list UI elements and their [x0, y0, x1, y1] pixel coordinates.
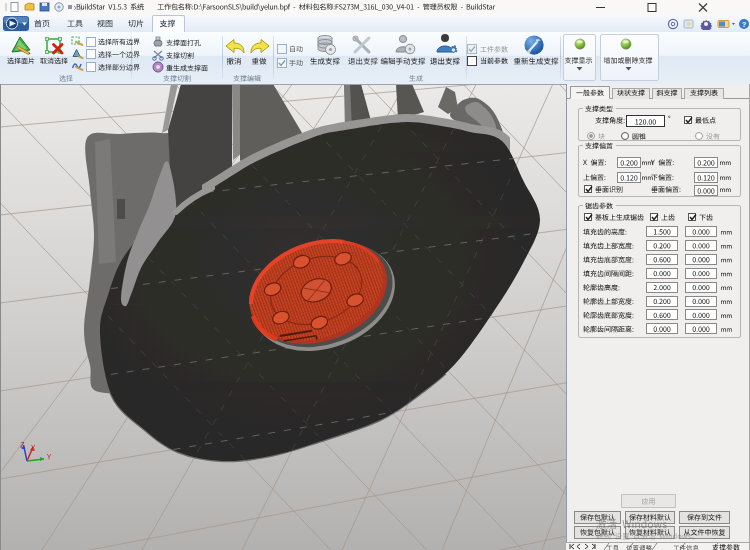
svg-text:?: ? [742, 20, 747, 29]
